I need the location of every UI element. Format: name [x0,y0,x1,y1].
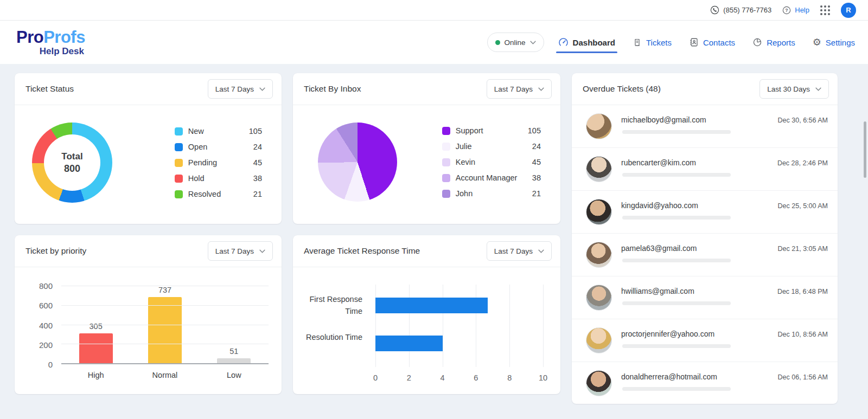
card-title: Ticket by priority [25,246,86,256]
tab-contacts[interactable]: Contacts [689,21,735,64]
phone-icon [710,5,719,15]
legend-item: New105 [175,127,262,136]
tab-settings[interactable]: ⚙ Settings [813,21,855,64]
online-status-label: Online [505,38,526,47]
contact-email: donaldherrera@hotmail.com [621,372,717,381]
main-header: ProProfs Help Desk Online Dashboard Tick… [0,21,868,64]
priority-range-dropdown[interactable]: Last 7 Days [208,241,273,261]
subject-placeholder-bar [622,259,731,262]
bar-high[interactable] [79,333,113,363]
overdue-list-item[interactable]: proctorjennifer@yahoo.comDec 10, 8:56 AM [572,319,838,362]
priority-bar-chart: 800 600 400 200 0 305 737 [30,286,269,379]
user-avatar[interactable]: R [841,3,856,18]
chevron-down-icon [259,249,265,253]
subject-placeholder-bar [622,130,731,134]
card-title: Overdue Tickets (48) [583,84,661,94]
inbox-range-dropdown[interactable]: Last 7 Days [487,79,552,99]
ticket-by-inbox-pie-chart [318,123,397,202]
overdue-ticket-list: michaelboyd@gmail.comDec 30, 6:56 AM rub… [572,105,838,408]
legend-swatch [442,143,450,151]
legend-swatch [442,174,450,182]
donut-center: Total 800 [44,134,100,191]
chevron-down-icon [538,249,544,253]
legend-item: Hold38 [175,174,262,183]
settings-icon: ⚙ [813,37,821,47]
range-value: Last 7 Days [494,85,533,93]
overdue-tickets-card: Overdue Tickets (48) Last 30 Days michae… [572,73,838,404]
ticket-by-inbox-card: Ticket By Inbox Last 7 Days Support105 J… [293,73,560,224]
page-scrollbar[interactable] [864,121,866,178]
ticket-date: Dec 10, 8:56 AM [778,331,828,338]
dashboard-content: Ticket Status Last 7 Days Total 800 New1… [0,64,868,404]
legend-item: Julie24 [442,142,541,151]
legend-item: Account Manager38 [442,173,541,182]
ticket-icon [633,38,642,47]
legend-item: John21 [442,189,541,198]
ticket-by-priority-card: Ticket by priority Last 7 Days 800 600 4… [15,235,282,394]
reports-icon [752,37,762,47]
bar-normal[interactable] [148,297,182,363]
range-value: Last 7 Days [215,85,254,93]
legend-swatch [175,143,183,151]
row-label: First Response Time [306,293,362,318]
tab-label: Settings [826,38,855,47]
contact-avatar [586,327,612,353]
main-nav: Online Dashboard Tickets Contacts [487,21,855,64]
contact-email: michaelboyd@gmail.com [621,115,706,124]
online-status-dropdown[interactable]: Online [487,33,544,52]
subject-placeholder-bar [622,387,731,391]
contact-email: proctorjennifer@yahoo.com [621,330,714,338]
ticket-date: Dec 28, 2:46 PM [777,159,828,167]
tab-label: Reports [767,38,795,47]
overdue-list-item[interactable]: donaldherrera@hotmail.comDec 06, 1:56 AM [572,362,838,404]
contact-email: kingdavid@yahoo.com [621,201,698,210]
svg-text:?: ? [786,8,788,13]
contact-avatar [586,370,612,396]
tab-label: Tickets [646,38,672,47]
tab-tickets[interactable]: Tickets [633,21,672,64]
overdue-range-dropdown[interactable]: Last 30 Days [760,79,829,99]
chevron-down-icon [815,87,821,91]
apps-grid-icon[interactable] [820,5,830,15]
tab-reports[interactable]: Reports [752,21,795,64]
contact-avatar [586,285,612,311]
contact-avatar [586,156,612,182]
subject-placeholder-bar [622,301,731,305]
legend-swatch [175,175,183,183]
tab-dashboard[interactable]: Dashboard [558,21,615,64]
legend-swatch [442,158,450,166]
contact-avatar [586,199,612,225]
response-range-dropdown[interactable]: Last 7 Days [487,241,552,261]
bar-resolution[interactable] [375,336,443,351]
help-link[interactable]: Help [795,6,809,14]
bar-value-label: 737 [158,286,171,294]
overdue-list-item[interactable]: hwilliams@gmail.comDec 18, 6:48 PM [572,276,838,319]
brand-logo[interactable]: ProProfs Help Desk [16,29,85,56]
ticket-status-range-dropdown[interactable]: Last 7 Days [208,79,273,99]
legend-item: Pending45 [175,158,262,167]
legend-item: Kevin45 [442,158,541,166]
phone-number: (855) 776-7763 [723,6,771,14]
overdue-list-item[interactable]: pamela63@gmail.comDec 21, 3:05 AM [572,233,838,276]
overdue-list-item[interactable]: kingdavid@yahoo.comDec 25, 5:00 AM [572,190,838,233]
chevron-down-icon [530,41,536,44]
ticket-status-card: Ticket Status Last 7 Days Total 800 New1… [15,73,282,224]
overdue-list-item[interactable]: michaelboyd@gmail.comDec 30, 6:56 AM [572,105,838,147]
phone-number-group[interactable]: (855) 776-7763 [710,5,771,15]
nav-tabs: Dashboard Tickets Contacts Reports [558,21,855,64]
contacts-icon [689,37,699,47]
tab-label: Dashboard [573,38,615,47]
ticket-date: Dec 25, 5:00 AM [778,202,828,210]
subject-placeholder-bar [622,344,731,348]
row-label: Resolution Time [306,331,362,343]
bar-low[interactable] [217,358,251,363]
legend-swatch [442,127,450,135]
contact-avatar [586,113,612,139]
online-dot-icon [495,40,500,45]
bar-first-response[interactable] [375,298,488,313]
response-time-bar-chart: First Response Time Resolution Time 0 2 … [306,282,546,391]
range-value: Last 30 Days [767,85,810,93]
help-group[interactable]: ? Help [782,6,809,15]
overdue-list-item[interactable]: rubencarter@kim.comDec 28, 2:46 PM [572,147,838,190]
ticket-date: Dec 30, 6:56 AM [778,117,828,124]
